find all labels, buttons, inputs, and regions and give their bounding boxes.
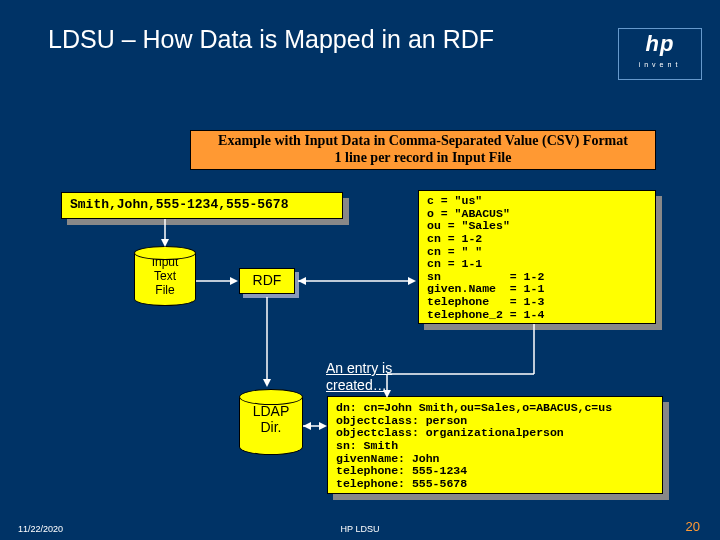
logo-subtext: invent — [619, 61, 701, 68]
example-banner: Example with Input Data in Comma-Separat… — [190, 130, 656, 170]
svg-marker-3 — [230, 277, 238, 285]
svg-marker-6 — [298, 277, 306, 285]
ldap-entry-box: dn: cn=John Smith,ou=Sales,o=ABACUS,c=us… — [327, 396, 663, 494]
banner-line1: Example with Input Data in Comma-Separat… — [197, 133, 649, 150]
logo-text: hp — [619, 31, 701, 57]
arrow-ldap-to-entry — [303, 420, 327, 432]
rdf-label: RDF — [239, 268, 295, 294]
ldap-entry-text: dn: cn=John Smith,ou=Sales,o=ABACUS,c=us… — [327, 396, 663, 494]
svg-marker-14 — [319, 422, 327, 430]
arrow-input-to-rdf — [196, 275, 238, 287]
svg-marker-12 — [383, 390, 391, 398]
svg-marker-8 — [263, 379, 271, 387]
csv-record-box: Smith,John,555-1234,555-5678 — [61, 192, 343, 219]
svg-marker-5 — [408, 277, 416, 285]
footer-center: HP LDSU — [0, 524, 720, 534]
input-file-cylinder: Input Text File — [134, 253, 196, 299]
svg-marker-15 — [303, 422, 311, 430]
title-bar: LDSU – How Data is Mapped in an RDF hp i… — [0, 0, 720, 90]
slide-title: LDSU – How Data is Mapped in an RDF — [48, 25, 494, 54]
svg-marker-1 — [161, 239, 169, 247]
rdf-box: RDF — [239, 268, 295, 294]
arrow-rdf-to-mapping — [298, 275, 416, 287]
rdf-mapping-text: c = "us" o = "ABACUS" ou = "Sales" cn = … — [418, 190, 656, 324]
arrow-csv-to-input — [159, 219, 171, 247]
hp-logo: hp invent — [618, 28, 702, 80]
arrow-rdf-to-ldap — [261, 297, 273, 387]
banner-line2: 1 line per record in Input File — [197, 150, 649, 167]
ldap-directory-cylinder: LDAP Dir. — [239, 397, 303, 447]
csv-record-text: Smith,John,555-1234,555-5678 — [61, 192, 343, 219]
footer-page-number: 20 — [686, 519, 700, 534]
arrow-mapping-to-entry — [379, 324, 539, 398]
rdf-mapping-box: c = "us" o = "ABACUS" ou = "Sales" cn = … — [418, 190, 656, 324]
